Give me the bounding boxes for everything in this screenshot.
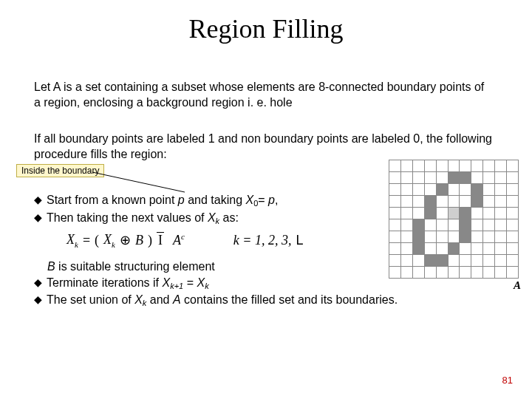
bullet-4: Terminate iterations if Xk+1 = Xk: [47, 275, 209, 291]
svg-line-0: [92, 172, 185, 192]
arrow-line: [89, 159, 207, 196]
slide-title: Region Filling: [0, 13, 532, 44]
bullet-1: Start from a known point p and taking X0…: [47, 192, 278, 208]
bullet-group-1: ◆ Start from a known point p and taking …: [34, 192, 352, 227]
bullet-5: The set union of Xk and A contains the f…: [47, 292, 398, 308]
bullet-icon: ◆: [34, 210, 42, 226]
bullet-icon: ◆: [34, 192, 42, 208]
paragraph-1: Let A is a set containing a subset whose…: [34, 80, 492, 111]
grid-figure: A: [389, 160, 519, 279]
grid-label-a: A: [514, 279, 521, 292]
bullet-2: Then taking the next values of Xk as:: [47, 210, 239, 226]
bullet-icon: ◆: [34, 275, 42, 291]
paragraph-2: If all boundary points are labeled 1 and…: [34, 132, 507, 163]
grid: [389, 160, 519, 279]
slide-number: 81: [502, 375, 513, 386]
formula: Xk = ( Xk ⊕ B ) I Ac k = 1, 2, 3, L: [66, 232, 303, 249]
bullet-icon: ◆: [34, 292, 42, 308]
